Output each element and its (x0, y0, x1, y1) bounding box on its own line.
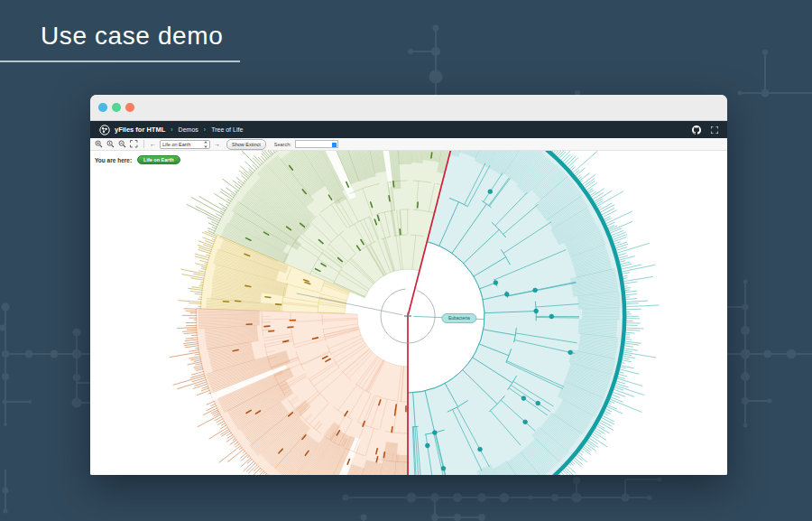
fit-content-icon[interactable] (130, 140, 138, 148)
molecule-group (0, 303, 91, 427)
yfiles-logo-icon (99, 125, 110, 135)
title-underline (0, 60, 240, 62)
github-icon[interactable] (692, 126, 701, 135)
molecule-group (727, 280, 812, 428)
browser-window: yFiles for HTML › Demos › Tree of Life (90, 95, 727, 475)
breadcrumb-tree-of-life[interactable]: Tree of Life (211, 126, 243, 133)
sector-teal-right (408, 151, 660, 475)
sector-orange-lower-left (170, 309, 408, 475)
demo-toolbar: ← Life on Earth → Show Extinct Search: (90, 138, 727, 151)
toolbar-separator (143, 140, 144, 148)
page-title: Use case demo (41, 22, 223, 51)
search-label: Search: (274, 142, 291, 147)
current-node-badge[interactable]: Life on Earth (137, 155, 180, 164)
molecule-group (575, 50, 812, 98)
subtree-dropdown-value: Life on Earth (162, 142, 190, 147)
traffic-light-close[interactable] (98, 103, 107, 112)
search-input-icon (332, 143, 337, 147)
window-titlebar (90, 95, 727, 121)
you-are-here-label: You are here: (95, 157, 132, 163)
molecule-group (408, 25, 443, 97)
tree-of-life-chart[interactable]: Eubacteria (90, 151, 727, 475)
status-row: You are here: Life on Earth (95, 155, 180, 164)
demo-header: yFiles for HTML › Demos › Tree of Life (90, 121, 727, 138)
molecule-group (3, 470, 9, 514)
search-input-wrapper (295, 140, 338, 148)
graph-canvas[interactable]: Eubacteria You are here: Life on Earth (90, 151, 727, 475)
center-node-label[interactable]: Eubacteria (413, 314, 484, 323)
svg-text:Eubacteria: Eubacteria (448, 315, 470, 321)
molecule-group (343, 477, 662, 521)
breadcrumb-chevron: › (204, 126, 206, 133)
forward-arrow-button[interactable]: → (214, 140, 220, 148)
dropdown-stepper-icon (204, 141, 208, 148)
traffic-light-zoom[interactable] (125, 103, 134, 112)
breadcrumb-demos[interactable]: Demos (179, 126, 198, 133)
breadcrumb-chevron: › (171, 126, 172, 133)
zoom-original-icon[interactable] (106, 140, 115, 148)
brand-title[interactable]: yFiles for HTML (115, 126, 165, 134)
fullscreen-icon[interactable] (711, 126, 718, 134)
subtree-dropdown[interactable]: Life on Earth (160, 140, 210, 149)
zoom-out-icon[interactable] (118, 140, 126, 148)
page: { "page": { "title": "Use case demo", "b… (0, 0, 812, 521)
show-extinct-button[interactable]: Show Extinct (226, 139, 266, 150)
back-arrow-button[interactable]: ← (150, 140, 156, 148)
traffic-light-minimize[interactable] (112, 103, 121, 112)
zoom-in-icon[interactable] (95, 140, 103, 148)
